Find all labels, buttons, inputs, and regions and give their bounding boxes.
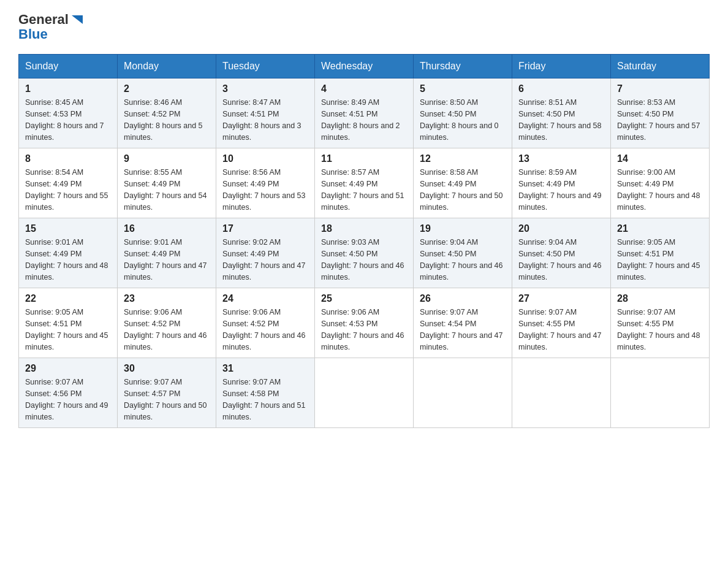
day-number: 27 xyxy=(518,293,604,304)
calendar-cell: 2 Sunrise: 8:46 AM Sunset: 4:52 PM Dayli… xyxy=(118,79,216,148)
calendar-cell: 8 Sunrise: 8:54 AM Sunset: 4:49 PM Dayli… xyxy=(19,148,118,218)
day-number: 7 xyxy=(617,83,703,94)
day-info: Sunrise: 8:56 AM Sunset: 4:49 PM Dayligh… xyxy=(222,167,308,213)
calendar-cell: 26 Sunrise: 9:07 AM Sunset: 4:54 PM Dayl… xyxy=(414,288,512,358)
day-info: Sunrise: 9:04 AM Sunset: 4:50 PM Dayligh… xyxy=(420,237,506,283)
week-row-3: 15 Sunrise: 9:01 AM Sunset: 4:49 PM Dayl… xyxy=(19,218,710,288)
calendar-cell xyxy=(611,358,710,428)
day-number: 3 xyxy=(222,83,308,94)
day-info: Sunrise: 9:07 AM Sunset: 4:57 PM Dayligh… xyxy=(124,377,210,423)
weekday-header-thursday: Thursday xyxy=(414,55,512,79)
day-number: 17 xyxy=(222,223,308,234)
day-info: Sunrise: 9:00 AM Sunset: 4:49 PM Dayligh… xyxy=(617,167,703,213)
day-info: Sunrise: 8:50 AM Sunset: 4:50 PM Dayligh… xyxy=(420,97,506,143)
day-info: Sunrise: 9:07 AM Sunset: 4:54 PM Dayligh… xyxy=(420,307,506,353)
calendar-cell: 4 Sunrise: 8:49 AM Sunset: 4:51 PM Dayli… xyxy=(315,79,414,148)
weekday-header-saturday: Saturday xyxy=(611,55,710,79)
day-number: 1 xyxy=(25,83,111,94)
calendar-cell: 7 Sunrise: 8:53 AM Sunset: 4:50 PM Dayli… xyxy=(611,79,710,148)
day-number: 18 xyxy=(321,223,407,234)
calendar-cell: 13 Sunrise: 8:59 AM Sunset: 4:49 PM Dayl… xyxy=(512,148,611,218)
day-number: 23 xyxy=(124,293,210,304)
day-info: Sunrise: 9:05 AM Sunset: 4:51 PM Dayligh… xyxy=(617,237,703,283)
day-info: Sunrise: 8:46 AM Sunset: 4:52 PM Dayligh… xyxy=(124,97,210,143)
calendar-cell: 30 Sunrise: 9:07 AM Sunset: 4:57 PM Dayl… xyxy=(118,358,216,428)
day-info: Sunrise: 9:07 AM Sunset: 4:55 PM Dayligh… xyxy=(518,307,604,353)
calendar-cell: 9 Sunrise: 8:55 AM Sunset: 4:49 PM Dayli… xyxy=(118,148,216,218)
calendar-cell xyxy=(512,358,611,428)
day-number: 16 xyxy=(124,223,210,234)
day-info: Sunrise: 9:07 AM Sunset: 4:56 PM Dayligh… xyxy=(25,377,111,423)
day-number: 9 xyxy=(124,153,210,164)
weekday-header-wednesday: Wednesday xyxy=(315,55,414,79)
logo: General Blue xyxy=(18,12,84,42)
logo-general: General xyxy=(18,12,69,27)
day-number: 28 xyxy=(617,293,703,304)
calendar-cell: 15 Sunrise: 9:01 AM Sunset: 4:49 PM Dayl… xyxy=(19,218,118,288)
calendar-cell: 14 Sunrise: 9:00 AM Sunset: 4:49 PM Dayl… xyxy=(611,148,710,218)
day-info: Sunrise: 9:07 AM Sunset: 4:55 PM Dayligh… xyxy=(617,307,703,353)
day-info: Sunrise: 8:54 AM Sunset: 4:49 PM Dayligh… xyxy=(25,167,111,213)
calendar-cell: 28 Sunrise: 9:07 AM Sunset: 4:55 PM Dayl… xyxy=(611,288,710,358)
day-number: 21 xyxy=(617,223,703,234)
day-info: Sunrise: 8:59 AM Sunset: 4:49 PM Dayligh… xyxy=(518,167,604,213)
day-info: Sunrise: 8:49 AM Sunset: 4:51 PM Dayligh… xyxy=(321,97,407,143)
day-number: 20 xyxy=(518,223,604,234)
day-number: 22 xyxy=(25,293,111,304)
day-info: Sunrise: 9:06 AM Sunset: 4:52 PM Dayligh… xyxy=(222,307,308,353)
page-header: General Blue xyxy=(18,12,710,42)
day-info: Sunrise: 9:06 AM Sunset: 4:52 PM Dayligh… xyxy=(124,307,210,353)
calendar-cell: 10 Sunrise: 8:56 AM Sunset: 4:49 PM Dayl… xyxy=(216,148,315,218)
day-info: Sunrise: 9:05 AM Sunset: 4:51 PM Dayligh… xyxy=(25,307,111,353)
day-number: 2 xyxy=(124,83,210,94)
calendar-cell: 25 Sunrise: 9:06 AM Sunset: 4:53 PM Dayl… xyxy=(315,288,414,358)
day-number: 15 xyxy=(25,223,111,234)
svg-marker-0 xyxy=(72,15,83,24)
day-number: 8 xyxy=(25,153,111,164)
calendar-cell: 27 Sunrise: 9:07 AM Sunset: 4:55 PM Dayl… xyxy=(512,288,611,358)
day-number: 10 xyxy=(222,153,308,164)
day-number: 26 xyxy=(420,293,506,304)
weekday-header-tuesday: Tuesday xyxy=(216,55,315,79)
week-row-5: 29 Sunrise: 9:07 AM Sunset: 4:56 PM Dayl… xyxy=(19,358,710,428)
calendar-cell xyxy=(315,358,414,428)
day-number: 4 xyxy=(321,83,407,94)
day-info: Sunrise: 9:01 AM Sunset: 4:49 PM Dayligh… xyxy=(25,237,111,283)
day-number: 5 xyxy=(420,83,506,94)
day-number: 11 xyxy=(321,153,407,164)
calendar-cell: 19 Sunrise: 9:04 AM Sunset: 4:50 PM Dayl… xyxy=(414,218,512,288)
week-row-1: 1 Sunrise: 8:45 AM Sunset: 4:53 PM Dayli… xyxy=(19,79,710,148)
calendar-cell: 24 Sunrise: 9:06 AM Sunset: 4:52 PM Dayl… xyxy=(216,288,315,358)
calendar-cell: 17 Sunrise: 9:02 AM Sunset: 4:49 PM Dayl… xyxy=(216,218,315,288)
day-info: Sunrise: 8:51 AM Sunset: 4:50 PM Dayligh… xyxy=(518,97,604,143)
day-info: Sunrise: 9:04 AM Sunset: 4:50 PM Dayligh… xyxy=(518,237,604,283)
logo-triangle-icon xyxy=(70,13,84,26)
weekday-header-monday: Monday xyxy=(118,55,216,79)
day-number: 29 xyxy=(25,363,111,374)
logo-blue: Blue xyxy=(18,27,84,42)
calendar-cell: 21 Sunrise: 9:05 AM Sunset: 4:51 PM Dayl… xyxy=(611,218,710,288)
day-number: 6 xyxy=(518,83,604,94)
calendar-cell: 12 Sunrise: 8:58 AM Sunset: 4:49 PM Dayl… xyxy=(414,148,512,218)
day-info: Sunrise: 8:57 AM Sunset: 4:49 PM Dayligh… xyxy=(321,167,407,213)
day-info: Sunrise: 8:47 AM Sunset: 4:51 PM Dayligh… xyxy=(222,97,308,143)
day-number: 24 xyxy=(222,293,308,304)
calendar-cell: 22 Sunrise: 9:05 AM Sunset: 4:51 PM Dayl… xyxy=(19,288,118,358)
weekday-header-sunday: Sunday xyxy=(19,55,118,79)
day-info: Sunrise: 8:53 AM Sunset: 4:50 PM Dayligh… xyxy=(617,97,703,143)
calendar-cell: 11 Sunrise: 8:57 AM Sunset: 4:49 PM Dayl… xyxy=(315,148,414,218)
day-info: Sunrise: 8:45 AM Sunset: 4:53 PM Dayligh… xyxy=(25,97,111,143)
calendar-cell: 16 Sunrise: 9:01 AM Sunset: 4:49 PM Dayl… xyxy=(118,218,216,288)
calendar-cell: 31 Sunrise: 9:07 AM Sunset: 4:58 PM Dayl… xyxy=(216,358,315,428)
calendar-cell: 23 Sunrise: 9:06 AM Sunset: 4:52 PM Dayl… xyxy=(118,288,216,358)
weekday-header-row: SundayMondayTuesdayWednesdayThursdayFrid… xyxy=(19,55,710,79)
calendar-cell: 1 Sunrise: 8:45 AM Sunset: 4:53 PM Dayli… xyxy=(19,79,118,148)
day-info: Sunrise: 9:07 AM Sunset: 4:58 PM Dayligh… xyxy=(222,377,308,423)
day-info: Sunrise: 8:55 AM Sunset: 4:49 PM Dayligh… xyxy=(124,167,210,213)
calendar-cell: 29 Sunrise: 9:07 AM Sunset: 4:56 PM Dayl… xyxy=(19,358,118,428)
day-number: 13 xyxy=(518,153,604,164)
calendar-cell: 20 Sunrise: 9:04 AM Sunset: 4:50 PM Dayl… xyxy=(512,218,611,288)
calendar-cell: 3 Sunrise: 8:47 AM Sunset: 4:51 PM Dayli… xyxy=(216,79,315,148)
day-number: 14 xyxy=(617,153,703,164)
weekday-header-friday: Friday xyxy=(512,55,611,79)
